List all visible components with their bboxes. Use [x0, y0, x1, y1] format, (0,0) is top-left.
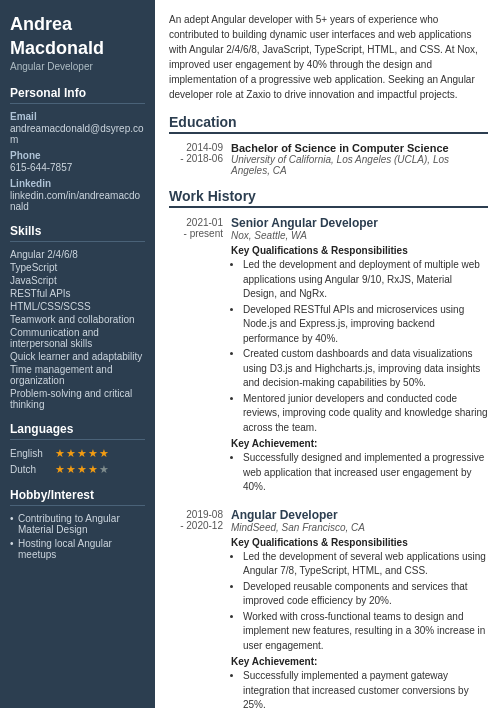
achievement-bullet: Successfully implemented a payment gatew… — [231, 669, 488, 708]
education-heading: Education — [169, 114, 488, 134]
job-company: MindSeed, San Francisco, CA — [231, 522, 488, 533]
job-title: Angular Developer — [231, 508, 488, 522]
job-bullet: Developed reusable components and servic… — [243, 580, 488, 609]
job-date: 2021-01- present — [169, 216, 223, 498]
language-stars: ★★★★★ — [55, 447, 109, 460]
kq-title: Key Qualifications & Responsibilities — [231, 537, 488, 548]
email-label: Email — [10, 111, 145, 122]
job-bullet: Developed RESTful APIs and microservices… — [243, 303, 488, 347]
work-heading: Work History — [169, 188, 488, 208]
star-filled-icon: ★ — [99, 447, 109, 460]
languages-heading: Languages — [10, 422, 145, 440]
ka-title: Key Achievement: — [231, 438, 488, 449]
education-entry: 2014-09- 2018-06Bachelor of Science in C… — [169, 142, 488, 176]
name-line1: Andrea — [10, 14, 145, 36]
email-value: andreamacdonald@dsyrep.com — [10, 123, 145, 145]
job-bullet: Created custom dashboards and data visua… — [243, 347, 488, 391]
ka-title: Key Achievement: — [231, 656, 488, 667]
job-bullets: Led the development of several web appli… — [231, 550, 488, 654]
job-bullets: Led the development and deployment of mu… — [231, 258, 488, 435]
hobby-item: Contributing to Angular Material Design — [10, 513, 145, 535]
job-company: Nox, Seattle, WA — [231, 230, 488, 241]
kq-title: Key Qualifications & Responsibilities — [231, 245, 488, 256]
edu-school: University of California, Los Angeles (U… — [231, 154, 488, 176]
star-filled-icon: ★ — [77, 463, 87, 476]
star-filled-icon: ★ — [88, 447, 98, 460]
language-stars: ★★★★★ — [55, 463, 109, 476]
star-filled-icon: ★ — [55, 463, 65, 476]
language-name: English — [10, 448, 55, 459]
hobby-item: Hosting local Angular meetups — [10, 538, 145, 560]
skill-item: JavaScript — [10, 275, 145, 286]
achievement-item: Successfully designed and implemented a … — [243, 451, 488, 495]
linkedin-value: linkedin.com/in/andreamacdonald — [10, 190, 145, 212]
skill-item: Problem-solving and critical thinking — [10, 388, 145, 410]
personal-info-heading: Personal Info — [10, 86, 145, 104]
job-entry: 2019-08- 2020-12Angular DeveloperMindSee… — [169, 508, 488, 709]
language-row: English★★★★★ — [10, 447, 145, 460]
education-entries: 2014-09- 2018-06Bachelor of Science in C… — [169, 142, 488, 176]
star-filled-icon: ★ — [77, 447, 87, 460]
star-filled-icon: ★ — [66, 463, 76, 476]
name-line2: Macdonald — [10, 38, 145, 60]
job-bullet: Mentored junior developers and conducted… — [243, 392, 488, 436]
sidebar: Andrea Macdonald Angular Developer Perso… — [0, 0, 155, 708]
skill-item: TypeScript — [10, 262, 145, 273]
skill-item: Time management and organization — [10, 364, 145, 386]
language-name: Dutch — [10, 464, 55, 475]
job-title-sidebar: Angular Developer — [10, 61, 145, 72]
star-filled-icon: ★ — [88, 463, 98, 476]
phone-value: 615-644-7857 — [10, 162, 145, 173]
edu-date: 2014-09- 2018-06 — [169, 142, 223, 176]
skills-heading: Skills — [10, 224, 145, 242]
skill-item: Quick learner and adaptability — [10, 351, 145, 362]
job-date: 2019-08- 2020-12 — [169, 508, 223, 709]
job-title: Senior Angular Developer — [231, 216, 488, 230]
star-filled-icon: ★ — [55, 447, 65, 460]
hobby-heading: Hobby/Interest — [10, 488, 145, 506]
skill-item: HTML/CSS/SCSS — [10, 301, 145, 312]
star-filled-icon: ★ — [66, 447, 76, 460]
job-row: 2021-01- presentSenior Angular Developer… — [169, 216, 488, 498]
skill-item: Angular 2/4/6/8 — [10, 249, 145, 260]
job-row: 2019-08- 2020-12Angular DeveloperMindSee… — [169, 508, 488, 709]
star-empty-icon: ★ — [99, 463, 109, 476]
skill-item: Communication and interpersonal skills — [10, 327, 145, 349]
work-entries: 2021-01- presentSenior Angular Developer… — [169, 216, 488, 708]
edu-info: Bachelor of Science in Computer ScienceU… — [231, 142, 488, 176]
job-content: Angular DeveloperMindSeed, San Francisco… — [231, 508, 488, 709]
main-content: An adept Angular developer with 5+ years… — [155, 0, 500, 708]
skill-item: RESTful APIs — [10, 288, 145, 299]
job-content: Senior Angular DeveloperNox, Seattle, WA… — [231, 216, 488, 498]
skills-list: Angular 2/4/6/8TypeScriptJavaScriptRESTf… — [10, 249, 145, 410]
languages-list: English★★★★★Dutch★★★★★ — [10, 447, 145, 476]
job-entry: 2021-01- presentSenior Angular Developer… — [169, 216, 488, 498]
skill-item: Teamwork and collaboration — [10, 314, 145, 325]
job-bullet: Led the development of several web appli… — [243, 550, 488, 579]
achievement-bullet: Successfully designed and implemented a … — [231, 451, 488, 495]
linkedin-label: Linkedin — [10, 178, 145, 189]
hobby-list: Contributing to Angular Material DesignH… — [10, 513, 145, 560]
job-bullet: Worked with cross-functional teams to de… — [243, 610, 488, 654]
job-bullet: Led the development and deployment of mu… — [243, 258, 488, 302]
achievement-item: Successfully implemented a payment gatew… — [243, 669, 488, 708]
summary: An adept Angular developer with 5+ years… — [169, 12, 488, 102]
edu-degree: Bachelor of Science in Computer Science — [231, 142, 488, 154]
language-row: Dutch★★★★★ — [10, 463, 145, 476]
phone-label: Phone — [10, 150, 145, 161]
